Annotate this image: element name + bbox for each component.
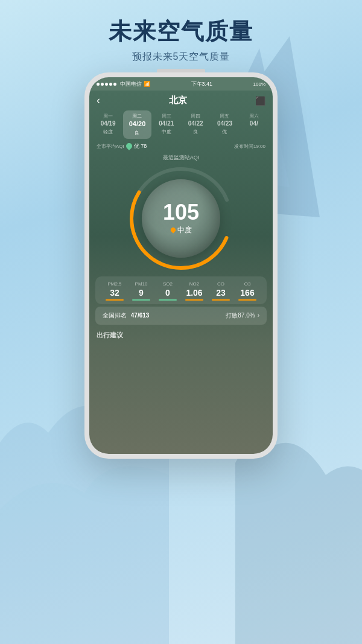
gauge-container: 105 中度 — [127, 164, 235, 273]
day-tabs-container: 周一 04/19 轻度 周二 04/20 良 周三 04/21 中度 周四 04… — [89, 110, 273, 139]
publish-time: 发布时间19:00 — [234, 143, 265, 150]
pollutant-co: CO 23 — [208, 281, 234, 301]
battery-indicator: 100% — [253, 81, 265, 87]
pollutant-row: PM2.5 32 PM10 9 SO2 0 NO2 1.06 — [95, 276, 267, 304]
pollutant-pm10: PM10 9 — [128, 281, 154, 301]
quality-leaf-icon — [170, 227, 176, 234]
leaf-icon — [125, 142, 133, 150]
day-tab-monday[interactable]: 周一 04/19 轻度 — [94, 110, 122, 139]
o3-bar — [238, 299, 257, 301]
aqi-value: 优 78 — [134, 142, 147, 150]
day-tab-tuesday[interactable]: 周二 04/20 良 — [123, 110, 151, 139]
ranking-label: 全国排名 47/613 — [103, 311, 149, 320]
rank-value: 47/613 — [131, 312, 150, 319]
wifi-icon: 📶 — [144, 81, 150, 87]
day-tab-friday[interactable]: 周五 04/23 优 — [211, 110, 238, 139]
main-title: 未来空气质量 — [0, 18, 362, 46]
pm25-bar — [106, 299, 124, 301]
gauge-ball: 105 中度 — [142, 179, 220, 258]
back-button[interactable]: ‹ — [97, 94, 100, 107]
signal-icon — [97, 83, 116, 86]
so2-bar — [159, 299, 177, 301]
pollutant-pm25: PM2.5 32 — [101, 281, 128, 301]
status-bar-time: 下午3:41 — [191, 80, 213, 88]
day-tab-wednesday[interactable]: 周三 04/21 中度 — [153, 110, 180, 139]
chevron-right-icon: › — [258, 312, 259, 319]
pollutant-no2: NO2 1.06 — [181, 281, 208, 301]
city-aqi-section: 全市平均AQI 优 78 — [97, 142, 147, 150]
quality-text: 中度 — [177, 225, 192, 235]
carrier-name: 中国电信 — [120, 80, 142, 88]
gauge-section: 最近监测站AQI 105 中度 — [89, 151, 273, 273]
phone-body: 中国电信 📶 下午3:41 100% ‹ 北京 ⬛ 周一 04/19 轻度 — [84, 72, 278, 459]
travel-advice-label: 出行建议 — [97, 331, 123, 339]
day-tab-saturday[interactable]: 周六 04/ — [240, 110, 268, 139]
no2-bar — [185, 299, 204, 301]
status-bar: 中国电信 📶 下午3:41 100% — [89, 77, 273, 91]
share-button[interactable]: ⬛ — [255, 96, 265, 106]
beat-text: 打败87.0% › — [226, 311, 259, 320]
gauge-label: 最近监测站AQI — [163, 154, 200, 162]
app-content: ‹ 北京 ⬛ 周一 04/19 轻度 周二 04/20 良 周三 04/2 — [89, 91, 273, 454]
aqi-quality: 中度 — [171, 225, 192, 235]
city-title: 北京 — [169, 95, 187, 106]
pollutant-so2: SO2 0 — [154, 281, 181, 301]
phone-mockup: 中国电信 📶 下午3:41 100% ‹ 北京 ⬛ 周一 04/19 轻度 — [84, 72, 278, 459]
aqi-label: 全市平均AQI — [97, 143, 124, 150]
ranking-row[interactable]: 全国排名 47/613 打败87.0% › — [95, 307, 267, 325]
nav-bar: ‹ 北京 ⬛ — [89, 91, 273, 110]
pollutant-o3: O3 166 — [234, 281, 261, 301]
co-bar — [212, 299, 230, 301]
aqi-info-row: 全市平均AQI 优 78 发布时间19:00 — [89, 139, 273, 151]
pm10-bar — [132, 299, 151, 301]
header-section: 未来空气质量 预报未来5天空气质量 — [0, 18, 362, 63]
status-bar-left: 中国电信 📶 — [97, 80, 150, 88]
sub-title: 预报未来5天空气质量 — [0, 51, 362, 63]
aqi-number: 105 — [163, 202, 199, 223]
travel-advice-section: 出行建议 — [89, 327, 273, 343]
day-tab-thursday[interactable]: 周四 04/22 良 — [182, 110, 209, 139]
